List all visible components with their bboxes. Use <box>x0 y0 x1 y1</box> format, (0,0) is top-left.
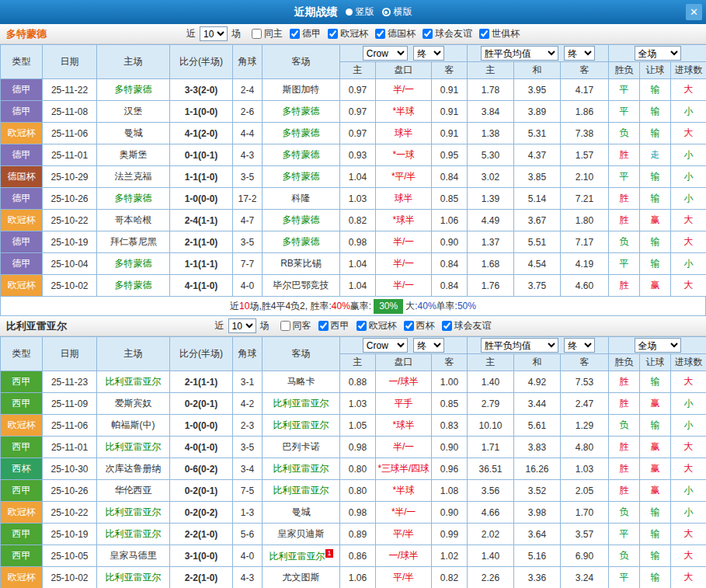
close-icon[interactable]: ✕ <box>686 4 702 20</box>
home-team[interactable]: 拜仁慕尼黑 <box>97 231 170 253</box>
match-score[interactable]: 0-2(0-2) <box>170 502 233 524</box>
home-team[interactable]: 汉堡 <box>97 101 170 123</box>
filter-checkbox-input[interactable] <box>375 29 385 39</box>
filter-checkbox[interactable]: 德甲 <box>290 27 321 40</box>
match-score[interactable]: 2-4(1-1) <box>170 210 233 231</box>
home-team[interactable]: 比利亚雷亚尔 <box>97 524 170 545</box>
match-score[interactable]: 1-1(1-0) <box>170 166 233 188</box>
display-mode-horizontal[interactable]: 横版 <box>382 5 412 19</box>
home-team[interactable]: 奥斯堡 <box>97 144 170 166</box>
home-team[interactable]: 帕福斯(中) <box>97 415 170 437</box>
match-score[interactable]: 1-1(1-1) <box>170 253 233 275</box>
home-team[interactable]: 多特蒙德 <box>97 79 170 101</box>
euro-draw-odds: 3.64 <box>514 524 561 545</box>
match-score[interactable]: 1-0(0-0) <box>170 415 233 437</box>
scope-select[interactable]: 全场 <box>635 46 681 61</box>
away-team[interactable]: 比利亚雷亚尔 <box>263 415 340 437</box>
away-team[interactable]: 皇家贝迪斯 <box>263 524 340 545</box>
odds-company-select[interactable]: Crow <box>363 338 408 353</box>
away-team[interactable]: RB莱比锡 <box>263 253 340 275</box>
home-team[interactable]: 爱斯宾奴 <box>97 393 170 415</box>
filter-checkbox[interactable]: 西杯 <box>404 319 435 332</box>
away-team[interactable]: 多特蒙德 <box>263 101 340 123</box>
home-team[interactable]: 比利亚雷亚尔 <box>97 437 170 458</box>
odds-company-select[interactable]: Crow <box>363 46 408 61</box>
away-team[interactable]: 曼城 <box>263 502 340 524</box>
home-team[interactable]: 皇家马德里 <box>97 545 170 567</box>
filter-checkbox-input[interactable] <box>252 29 262 39</box>
away-team[interactable]: 尤文图斯 <box>263 567 340 588</box>
match-count-select[interactable]: 10 <box>228 318 256 333</box>
match-score[interactable]: 1-1(0-0) <box>170 101 233 123</box>
asian-handicap: 球半 <box>376 123 432 144</box>
home-team[interactable]: 哥本哈根 <box>97 210 170 231</box>
match-count-select[interactable]: 10 <box>200 26 228 41</box>
match-score[interactable]: 3-3(2-0) <box>170 79 233 101</box>
away-team[interactable]: 多特蒙德 <box>263 166 340 188</box>
home-team[interactable]: 次库达鲁册纳 <box>97 458 170 480</box>
away-team[interactable]: 毕尔巴鄂竞技 <box>263 275 340 297</box>
match-score[interactable]: 4-1(1-0) <box>170 275 233 297</box>
match-score[interactable]: 0-2(0-1) <box>170 480 233 502</box>
home-team[interactable]: 法兰克福 <box>97 166 170 188</box>
filter-checkbox[interactable]: 同客 <box>280 319 311 332</box>
away-team[interactable]: 斯图加特 <box>263 79 340 101</box>
match-score[interactable]: 2-2(1-0) <box>170 567 233 588</box>
match-score[interactable]: 2-1(1-0) <box>170 231 233 253</box>
filter-checkbox-input[interactable] <box>404 321 414 331</box>
filter-checkbox-input[interactable] <box>479 29 489 39</box>
filter-checkbox-input[interactable] <box>318 321 329 331</box>
euro-company-select[interactable]: 胜平负均值 <box>481 338 558 353</box>
filter-checkbox-input[interactable] <box>328 29 338 39</box>
home-team[interactable]: 多特蒙德 <box>97 253 170 275</box>
euro-time-select[interactable]: 终 <box>564 338 595 353</box>
filter-checkbox[interactable]: 球会友谊 <box>442 319 492 332</box>
match-score[interactable]: 0-6(0-2) <box>170 458 233 480</box>
filter-checkbox-input[interactable] <box>356 321 367 331</box>
match-score[interactable]: 0-2(0-1) <box>170 393 233 415</box>
away-team[interactable]: 科隆 <box>263 188 340 210</box>
scope-select[interactable]: 全场 <box>635 338 681 353</box>
home-team[interactable]: 比利亚雷亚尔 <box>97 371 170 393</box>
away-team[interactable]: 比利亚雷亚尔 <box>263 393 340 415</box>
filter-checkbox-input[interactable] <box>442 321 452 331</box>
filter-checkbox[interactable]: 球会友谊 <box>423 27 472 40</box>
away-team[interactable]: 多特蒙德 <box>263 210 340 231</box>
away-team[interactable]: 比利亚雷亚尔 <box>263 480 340 502</box>
match-score[interactable]: 1-0(0-0) <box>170 188 233 210</box>
away-team[interactable]: 比利亚雷亚尔1 <box>263 545 340 567</box>
filter-checkbox[interactable]: 世俱杯 <box>479 27 520 40</box>
odds-time-select[interactable]: 终 <box>413 46 444 61</box>
display-mode-vertical[interactable]: 竖版 <box>346 5 374 19</box>
match-score[interactable]: 2-2(1-0) <box>170 524 233 545</box>
filter-checkbox-input[interactable] <box>280 321 290 331</box>
match-score[interactable]: 4-0(1-0) <box>170 437 233 458</box>
filter-checkbox[interactable]: 西甲 <box>318 319 350 332</box>
euro-company-select[interactable]: 胜平负均值 <box>481 46 558 61</box>
euro-time-select[interactable]: 终 <box>564 46 595 61</box>
home-team[interactable]: 比利亚雷亚尔 <box>97 502 170 524</box>
away-team[interactable]: 多特蒙德 <box>263 123 340 144</box>
away-team[interactable]: 巴列卡诺 <box>263 437 340 458</box>
away-team[interactable]: 多特蒙德 <box>263 231 340 253</box>
filter-checkbox-input[interactable] <box>423 29 433 39</box>
filter-checkbox-input[interactable] <box>290 29 300 39</box>
match-score[interactable]: 4-1(2-0) <box>170 123 233 144</box>
filter-checkbox[interactable]: 德国杯 <box>375 27 416 40</box>
odds-time-select[interactable]: 终 <box>413 338 444 353</box>
home-team[interactable]: 华伦西亚 <box>97 480 170 502</box>
match-score[interactable]: 3-1(0-0) <box>170 545 233 567</box>
filter-checkbox[interactable]: 欧冠杯 <box>356 319 397 332</box>
filter-checkbox[interactable]: 同主 <box>252 27 283 40</box>
home-team[interactable]: 多特蒙德 <box>97 188 170 210</box>
home-team[interactable]: 曼城 <box>97 123 170 144</box>
match-score[interactable]: 0-1(0-1) <box>170 144 233 166</box>
home-team[interactable]: 比利亚雷亚尔 <box>97 567 170 588</box>
filter-checkbox[interactable]: 欧冠杯 <box>328 27 368 40</box>
match-date: 25-11-09 <box>43 393 97 415</box>
match-score[interactable]: 2-1(1-1) <box>170 371 233 393</box>
away-team[interactable]: 多特蒙德 <box>263 144 340 166</box>
away-team[interactable]: 马略卡 <box>263 371 340 393</box>
home-team[interactable]: 多特蒙德 <box>97 275 170 297</box>
away-team[interactable]: 比利亚雷亚尔 <box>263 458 340 480</box>
